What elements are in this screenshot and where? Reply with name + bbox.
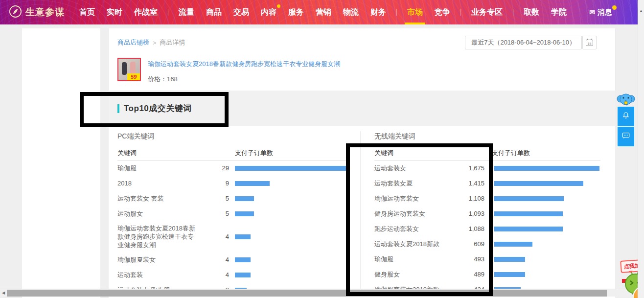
value-bar (235, 181, 270, 186)
row-value: 489 (467, 271, 484, 278)
row-keyword: 运动套装女 (374, 161, 467, 175)
calendar-icon: 15 (586, 40, 593, 46)
value-bar (235, 273, 251, 277)
row-keyword: 运动套装 (117, 268, 197, 282)
row-keyword: 运动套装女 套装 (117, 191, 197, 206)
row-keyword: 瑜伽服夏装女 (117, 252, 197, 267)
row-keyword: 运动服女 (117, 206, 197, 221)
bar-cell (494, 242, 600, 247)
bar-cell (235, 181, 347, 186)
bar-cell (494, 211, 600, 216)
row-value: 1,415 (467, 180, 484, 187)
vertical-scrollbar[interactable]: ▲ (638, 0, 644, 298)
table-row: 瑜伽运动套装女1,108 (374, 191, 600, 206)
row-keyword: 健身服女 (374, 267, 467, 281)
bar-cell (494, 181, 600, 186)
product-title-link[interactable]: 瑜伽运动套装女夏2018春新款健身房跑步宽松速干衣专业健身服女潮 (148, 60, 451, 69)
horizontal-scroll-thumb[interactable] (7, 290, 607, 297)
nav-item[interactable]: 实时 (107, 0, 122, 24)
nav-item[interactable]: 学院 (551, 0, 567, 24)
brand-name: 生意参谋 (25, 6, 65, 19)
wireless-keywords-panel: 无线端关键词 关键词 支付子订单数 运动套装女1,675运动套装女夏1,415瑜… (374, 132, 600, 297)
row-value: 1,108 (467, 195, 484, 202)
wireless-table-header: 关键词 支付子订单数 (374, 146, 600, 160)
row-value: 1,675 (467, 164, 484, 172)
bar-cell (235, 196, 347, 201)
nav-item[interactable]: 财务 (370, 0, 386, 24)
pc-table-header: 关键词 支付子订单数 (117, 146, 347, 160)
nav-item[interactable]: 交易 (233, 0, 249, 24)
nav-item[interactable]: 作战室 (134, 0, 158, 24)
table-row: 瑜伽运动套装女夏2018春新款健身房跑步宽松速干衣专业健身服女潮4 (117, 221, 347, 252)
brand[interactable]: 生意参谋 (9, 5, 65, 20)
row-value: 4 (197, 256, 229, 263)
pc-keywords-panel: PC端关键词 关键词 支付子订单数 瑜伽服2920189运动套装女 套装5运动服… (117, 132, 347, 298)
notification-bell-button[interactable] (618, 107, 634, 126)
value-bar (494, 211, 563, 216)
section-title: Top10成交关键词 (124, 103, 192, 114)
nav-separator (396, 9, 397, 16)
breadcrumb: 商品店铺榜 > 商品详情 (117, 38, 185, 47)
scroll-left-arrow[interactable]: ◀ (0, 289, 7, 297)
bar-cell (235, 166, 347, 171)
row-value: 9 (197, 180, 229, 187)
nav-menu: 首页实时作战室流量商品交易内容服务营销物流财务市场竞争业务专区取数学院 (73, 0, 573, 24)
horizontal-scrollbar[interactable]: ◀ ▶ (0, 289, 638, 297)
calendar-button[interactable]: 15 (582, 36, 597, 49)
value-bar (235, 196, 254, 201)
row-value: 609 (467, 240, 484, 248)
nav-item[interactable]: 商品 (206, 0, 222, 24)
nav-item[interactable]: 营销 (316, 0, 331, 24)
feedback-chat-button[interactable] (618, 127, 634, 146)
nav-item[interactable]: 服务 (288, 0, 304, 24)
message-label: 消息 (598, 8, 612, 17)
table-row: 运动套装4 (117, 267, 347, 282)
date-range-selector[interactable]: 最近7天（2018-06-04~2018-06-10） (465, 36, 582, 49)
nav-item[interactable]: 内容 (261, 0, 276, 24)
message-envelope-icon: ✉ (589, 8, 595, 16)
pc-panel-title: PC端关键词 (117, 132, 347, 142)
table-row: 瑜伽服493 (374, 252, 600, 267)
bar-cell (494, 196, 600, 201)
section-accent-bar (117, 104, 119, 113)
breadcrumb-parent-link[interactable]: 商品店铺榜 (117, 38, 149, 47)
breadcrumb-separator: > (153, 39, 157, 46)
nav-item[interactable]: 市场 (407, 0, 423, 24)
row-keyword: 跑步运动套装女 (374, 222, 467, 236)
pc-table-body: 瑜伽服2920189运动套装女 套装5运动服女5瑜伽运动套装女夏2018春新款健… (117, 160, 347, 298)
table-row: 健身房运动套装女1,093 (374, 206, 600, 221)
nav-item[interactable]: 业务专区 (471, 0, 503, 24)
table-row: 瑜伽服29 (117, 160, 347, 176)
row-value: 29 (197, 164, 229, 172)
value-bar (494, 257, 525, 262)
value-bar (494, 242, 532, 247)
bar-cell (235, 273, 347, 277)
row-value: 5 (197, 195, 229, 202)
row-value: 1,093 (467, 210, 484, 217)
panel-divider (360, 131, 361, 294)
scroll-up-arrow[interactable]: ▲ (638, 9, 644, 13)
nav-item[interactable]: 物流 (343, 0, 359, 24)
breadcrumb-current: 商品详情 (160, 38, 185, 47)
nav-item[interactable]: 首页 (79, 0, 95, 24)
message-badge-dot (612, 5, 617, 10)
table-row: 运动服女5 (117, 206, 347, 221)
nav-item[interactable]: 流量 (179, 0, 194, 24)
table-row: 运动套装女1,675 (374, 160, 600, 176)
value-bar (494, 272, 525, 277)
section-band: Top10成交关键词 (109, 91, 615, 126)
column-header-keyword: 关键词 (374, 149, 393, 158)
product-thumbnail[interactable]: 59 (117, 58, 141, 81)
nav-item[interactable]: 取数 (524, 0, 539, 24)
row-keyword: 瑜伽服 (374, 252, 467, 266)
nav-message[interactable]: ✉ 消息 (589, 8, 612, 17)
product-price: 价格：168 (148, 75, 178, 84)
section-title-wrap: Top10成交关键词 (109, 103, 192, 114)
value-bar (494, 166, 599, 171)
row-value: 4 (197, 271, 229, 278)
nav-separator (168, 9, 168, 16)
mascot-elephant-icon[interactable] (617, 91, 635, 110)
nav-item[interactable]: 竞争 (435, 0, 450, 24)
brand-logo-icon (9, 5, 22, 20)
bar-cell (494, 227, 600, 231)
